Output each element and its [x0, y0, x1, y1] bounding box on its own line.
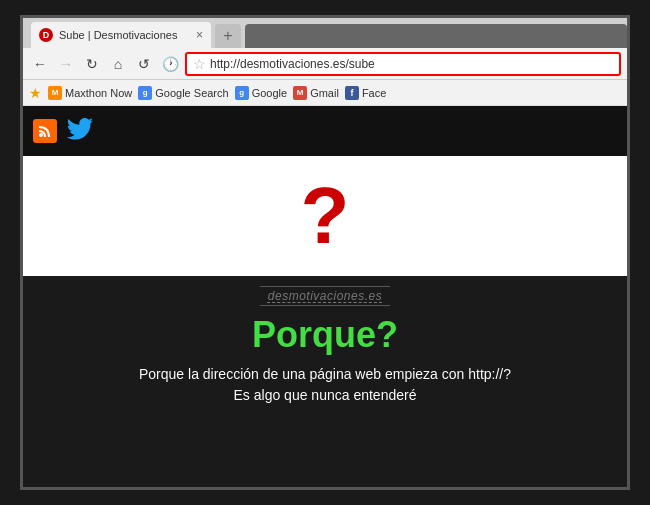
- description-line2: Es algo que nunca entenderé: [139, 385, 511, 406]
- active-tab[interactable]: D Sube | Desmotivaciones ×: [31, 22, 211, 48]
- content-area: ?: [23, 156, 627, 276]
- rss-icon: [33, 119, 57, 143]
- home-button[interactable]: ⌂: [107, 53, 129, 75]
- description: Porque la dirección de una página web em…: [139, 364, 511, 406]
- tab-favicon: D: [39, 28, 53, 42]
- bookmark-facebook[interactable]: f Face: [345, 86, 386, 100]
- new-tab-button[interactable]: +: [215, 24, 241, 48]
- twitter-icon: [67, 114, 95, 149]
- bottom-section: desmotivaciones.es Porque? Porque la dir…: [23, 276, 627, 487]
- bookmark-google[interactable]: g Google: [235, 86, 287, 100]
- browser-mockup: D Sube | Desmotivaciones × + ← → ↻ ⌂ ↺ 🕐…: [23, 18, 627, 156]
- bookmark-google-label: Google: [252, 87, 287, 99]
- svg-point-0: [39, 133, 43, 137]
- back-button[interactable]: ←: [29, 53, 51, 75]
- tab-title: Sube | Desmotivaciones: [59, 29, 177, 41]
- address-text: http://desmotivaciones.es/sube: [210, 57, 375, 71]
- main-title: Porque?: [252, 314, 398, 356]
- bookmark-maxthon[interactable]: M Maxthon Now: [48, 86, 132, 100]
- bookmark-gmail[interactable]: M Gmail: [293, 86, 339, 100]
- refresh-button[interactable]: ↻: [81, 53, 103, 75]
- bookmark-facebook-label: Face: [362, 87, 386, 99]
- site-watermark: desmotivaciones.es: [260, 286, 390, 306]
- nav-bar: ← → ↻ ⌂ ↺ 🕐 ☆ http://desmotivaciones.es/…: [23, 48, 627, 80]
- bookmarks-star-icon: ★: [29, 85, 42, 101]
- question-mark: ?: [301, 176, 350, 256]
- bookmark-gmail-label: Gmail: [310, 87, 339, 99]
- description-line1: Porque la dirección de una página web em…: [139, 364, 511, 385]
- site-nav-bar: [23, 106, 627, 156]
- bookmarks-bar: ★ M Maxthon Now g Google Search g Google…: [23, 80, 627, 106]
- address-star-icon: ☆: [193, 56, 206, 72]
- facebook-icon: f: [345, 86, 359, 100]
- address-bar[interactable]: ☆ http://desmotivaciones.es/sube: [185, 52, 621, 76]
- undo-button[interactable]: ↺: [133, 53, 155, 75]
- tab-close-button[interactable]: ×: [196, 28, 203, 42]
- google-icon: g: [235, 86, 249, 100]
- tab-bar: D Sube | Desmotivaciones × +: [23, 18, 627, 48]
- bookmark-maxthon-label: Maxthon Now: [65, 87, 132, 99]
- gmail-icon: M: [293, 86, 307, 100]
- google-search-icon: g: [138, 86, 152, 100]
- main-card: D Sube | Desmotivaciones × + ← → ↻ ⌂ ↺ 🕐…: [20, 15, 630, 490]
- bookmark-google-search-label: Google Search: [155, 87, 228, 99]
- forward-button[interactable]: →: [55, 53, 77, 75]
- maxthon-icon: M: [48, 86, 62, 100]
- bookmark-google-search[interactable]: g Google Search: [138, 86, 228, 100]
- history-button[interactable]: 🕐: [159, 53, 181, 75]
